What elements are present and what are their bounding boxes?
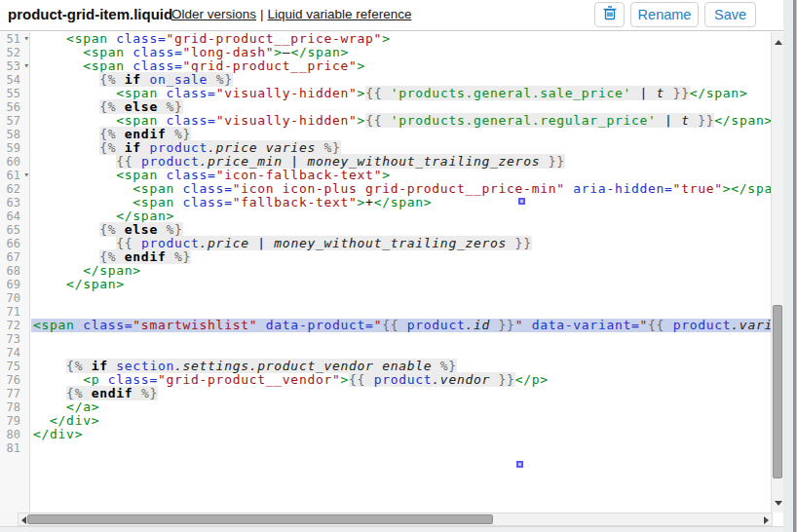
code-token: {% [99, 127, 125, 141]
save-button[interactable]: Save [704, 2, 756, 27]
gutter-row: 56 [0, 100, 29, 114]
code-line[interactable]: <span class="grid-product__price"> [31, 59, 771, 73]
code-token: <span [133, 181, 182, 196]
line-number: 54 [7, 73, 20, 87]
scroll-right-arrow-icon[interactable] [764, 516, 769, 524]
code-line[interactable]: <span class="visually-hidden">{{ 'produc… [31, 87, 771, 100]
code-line[interactable]: {% endif %} [31, 128, 771, 141]
code-token: product [141, 154, 200, 169]
code-token: > [341, 372, 350, 387]
code-token: {% [99, 99, 125, 114]
code-line[interactable]: <span class="icon-fallback-text"> [31, 169, 771, 182]
code-token: </span> [690, 86, 748, 100]
code-token: </div> [33, 427, 83, 441]
code-line[interactable]: {% if on_sale %} [31, 73, 771, 87]
fold-toggle-icon[interactable]: ▾ [24, 58, 29, 72]
code-line[interactable]: </div> [31, 428, 771, 441]
code-token: " [374, 318, 383, 332]
code-line[interactable]: {% if product.price_varies %} [31, 141, 771, 155]
code-token [33, 209, 116, 223]
code-token: "visually-hidden" [216, 86, 358, 100]
rename-button[interactable]: Rename [630, 2, 699, 27]
gutter-row: 55 [0, 87, 29, 100]
code-line[interactable] [31, 441, 771, 455]
code-editor[interactable]: 51▾5253▾5455565758596061▾626364656667686… [0, 30, 783, 526]
code-line[interactable]: </a> [31, 400, 771, 414]
code-line[interactable]: {{ product.price_min | money_without_tra… [31, 155, 771, 169]
code-line[interactable]: <span class="grid-product__price-wrap"> [31, 32, 771, 46]
vertical-scrollbar-thumb[interactable] [773, 305, 782, 478]
line-number: 65 [7, 223, 20, 237]
code-token: class= [83, 318, 133, 332]
code-line[interactable] [31, 332, 771, 346]
code-token: if [92, 359, 117, 373]
gutter-row: 70 [0, 291, 29, 305]
fold-toggle-icon[interactable]: ▾ [24, 31, 29, 45]
code-line[interactable] [31, 291, 771, 305]
vertical-scrollbar[interactable] [771, 32, 783, 513]
line-number: 53 [7, 59, 20, 73]
gutter-row: 78 [0, 400, 29, 414]
horizontal-scrollbar[interactable] [18, 513, 773, 526]
code-line[interactable]: <span class="visually-hidden">{{ 'produc… [31, 114, 771, 128]
code-line[interactable]: <span class="icon icon-plus grid-product… [31, 182, 771, 196]
code-line[interactable]: <span class="smartwishlist" data-product… [31, 319, 771, 332]
fold-toggle-icon[interactable]: ▾ [24, 168, 29, 181]
gutter-row: 71 [0, 305, 29, 319]
code-token [33, 359, 66, 373]
scroll-down-arrow-icon[interactable] [775, 501, 782, 506]
line-number: 75 [7, 360, 20, 373]
code-line[interactable]: </span> [31, 278, 771, 291]
code-line[interactable]: {% endif %} [31, 250, 771, 264]
code-viewport[interactable]: <span class="grid-product__price-wrap"> … [31, 32, 771, 513]
code-token: }} [690, 113, 715, 128]
code-token: <p [83, 372, 108, 387]
line-number: 80 [7, 428, 20, 441]
code-token: | [283, 154, 308, 169]
gutter-row: 74 [0, 346, 29, 360]
code-token: }} [507, 236, 532, 250]
scroll-left-arrow-icon[interactable] [21, 516, 26, 524]
code-line[interactable]: {% else %} [31, 223, 771, 237]
code-line[interactable]: {% endif %} [31, 387, 771, 400]
line-number: 77 [7, 387, 20, 400]
code-token [33, 168, 116, 182]
code-token: section [116, 359, 174, 373]
older-versions-link[interactable]: Older versions [171, 7, 256, 21]
code-token: .vendor [432, 372, 490, 387]
code-line[interactable]: <span class="fallback-text">+</span> [31, 196, 771, 209]
code-token [33, 72, 99, 87]
scroll-up-arrow-icon[interactable] [775, 40, 782, 45]
line-number: 78 [7, 400, 20, 414]
line-number: 81 [7, 441, 20, 455]
code-line[interactable] [31, 305, 771, 319]
code-line[interactable]: </span> [31, 209, 771, 223]
code-token: <span [33, 318, 83, 332]
code-line[interactable]: <span class="long-dash">—</span> [31, 46, 771, 59]
code-token: %} [141, 386, 158, 400]
code-line[interactable]: </span> [31, 264, 771, 278]
gutter-row: 75 [0, 360, 29, 373]
code-line[interactable] [31, 346, 771, 360]
code-token: > [358, 58, 366, 73]
code-token: {{ [648, 318, 673, 332]
code-token: "grid-product__price-wrap" [166, 32, 382, 46]
code-line[interactable]: {% if section.settings.product_vendor_en… [31, 360, 771, 373]
code-line[interactable]: <p class="grid-product__vendor">{{ produ… [31, 373, 771, 387]
code-token: {{ [365, 113, 391, 128]
code-line[interactable]: </div> [31, 414, 771, 428]
liquid-variable-reference-link[interactable]: Liquid variable reference [268, 7, 412, 21]
code-line[interactable]: {% else %} [31, 100, 771, 114]
line-number: 63 [7, 196, 20, 209]
line-number: 70 [7, 291, 20, 305]
code-token: class= [108, 372, 158, 387]
gutter-row: 52 [0, 46, 29, 59]
line-number: 57 [7, 114, 20, 128]
delete-file-button[interactable] [594, 2, 625, 27]
code-token: </span> [66, 277, 125, 291]
line-number: 76 [7, 373, 20, 387]
horizontal-scrollbar-thumb[interactable] [27, 514, 493, 524]
code-token: 'products.general.regular_price' [391, 113, 657, 128]
code-line[interactable]: {{ product.price | money_without_trailin… [31, 237, 771, 250]
code-token: %} [316, 140, 341, 155]
